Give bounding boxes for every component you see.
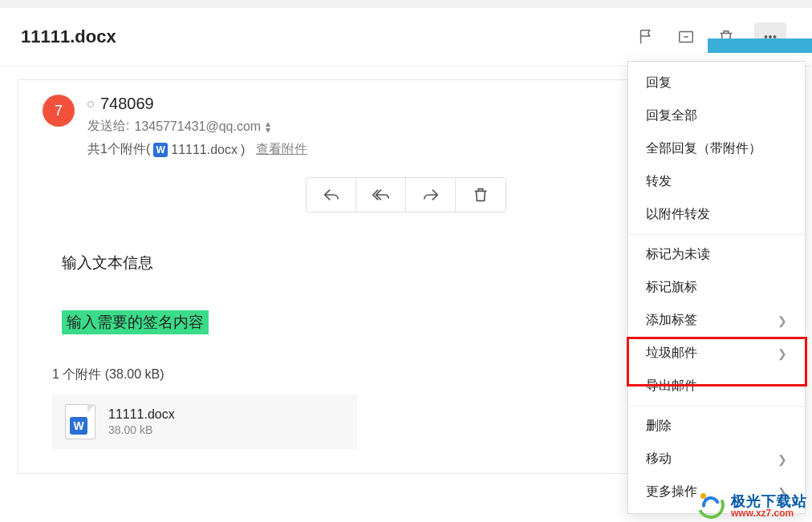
attach-summary-name: 11111.docx (171, 143, 238, 157)
expand-recipients-icon[interactable]: ▴▾ (266, 120, 270, 133)
menu-forward-as-attach[interactable]: 以附件转发 (628, 198, 805, 231)
flag-icon[interactable] (637, 28, 655, 46)
menu-reply-all[interactable]: 回复全部 (628, 99, 805, 132)
attachment-card[interactable]: W 11111.docx 38.00 kB (52, 395, 357, 449)
menu-export[interactable]: 导出邮件 (628, 370, 805, 403)
menu-reply-all-attach[interactable]: 全部回复（带附件） (628, 132, 805, 165)
avatar: 7 (43, 95, 75, 127)
menu-mark-unread[interactable]: 标记为未读 (628, 238, 805, 271)
right-accent-bar (708, 38, 812, 53)
sender-name: 748069 (100, 95, 154, 113)
watermark-logo-icon (697, 492, 726, 520)
attach-summary-suffix: ) (241, 143, 245, 157)
watermark-cn: 极光下载站 (731, 494, 807, 508)
status-dot-icon (87, 101, 94, 107)
mail-subject: 11111.docx (21, 26, 637, 47)
mail-header: 11111.docx (0, 8, 812, 67)
chevron-right-icon: ❯ (777, 347, 787, 360)
delete-button[interactable] (456, 178, 505, 212)
chevron-right-icon: ❯ (777, 453, 787, 466)
forward-button[interactable] (406, 178, 456, 212)
menu-mark-flag[interactable]: 标记旗标 (628, 271, 805, 304)
doc-icon: W (153, 143, 168, 157)
reply-button[interactable] (307, 178, 356, 212)
menu-add-tag[interactable]: 添加标签❯ (628, 304, 805, 337)
reply-all-button[interactable] (356, 178, 406, 212)
menu-junk[interactable]: 垃圾邮件❯ (628, 337, 805, 370)
chevron-right-icon: ❯ (777, 314, 787, 327)
attachment-size: 38.00 kB (108, 423, 175, 436)
watermark: 极光下载站 www.xz7.com (697, 492, 807, 520)
window-topbar (0, 0, 812, 8)
menu-delete[interactable]: 删除 (628, 410, 805, 443)
more-menu: 回复 回复全部 全部回复（带附件） 转发 以附件转发 标记为未读 标记旗标 添加… (627, 61, 806, 514)
menu-reply[interactable]: 回复 (628, 67, 805, 99)
attach-summary-prefix: 共1个附件( (87, 141, 150, 158)
menu-move[interactable]: 移动❯ (628, 443, 805, 475)
view-attachment-link[interactable]: 查看附件 (256, 141, 307, 158)
watermark-en: www.xz7.com (731, 508, 807, 518)
menu-separator (628, 406, 805, 407)
body-line-2-highlight: 输入需要的签名内容 (62, 310, 209, 334)
doc-file-icon: W (65, 404, 95, 439)
to-label: 发送给: (87, 118, 129, 135)
to-address: 1345771431@qq.com (134, 119, 261, 134)
menu-separator (628, 234, 805, 235)
archive-icon[interactable] (677, 28, 695, 46)
attachment-name: 11111.docx (108, 407, 175, 422)
menu-forward[interactable]: 转发 (628, 165, 805, 198)
mail-view: 11111.docx 7 748069 (0, 0, 812, 522)
